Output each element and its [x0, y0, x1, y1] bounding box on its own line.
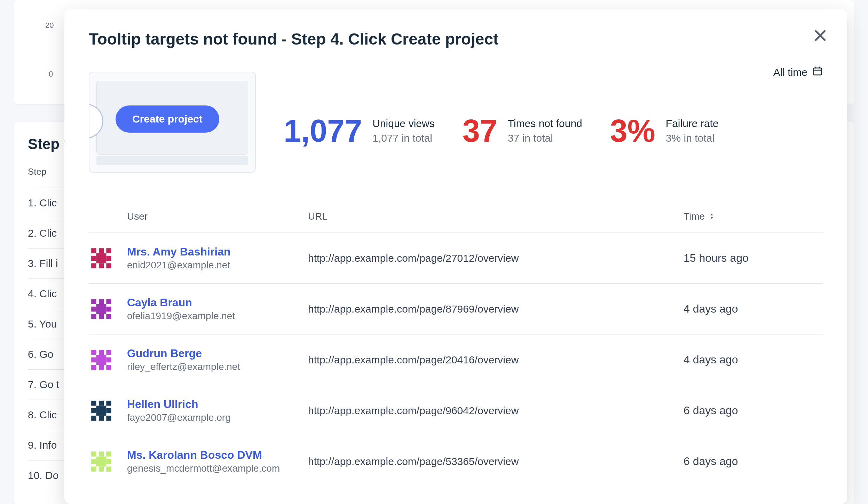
svg-rect-22 — [91, 306, 96, 311]
user-email: genesis_mcdermott@example.com — [127, 463, 308, 474]
svg-rect-53 — [106, 459, 111, 464]
svg-rect-57 — [99, 466, 104, 471]
table-row: Mrs. Amy Bashirianenid2021@example.netht… — [89, 233, 823, 283]
user-email: faye2007@example.org — [127, 412, 308, 423]
step-preview: Create project — [89, 72, 256, 173]
url-cell: http://app.example.com/page/53365/overvi… — [308, 456, 684, 467]
col-time-sort[interactable]: Time — [684, 211, 823, 222]
stat-label: Unique views — [372, 118, 434, 129]
stat-unique-views: 1,077 Unique views 1,077 in total — [284, 115, 435, 147]
table-row: Cayla Braunofelia1919@example.nethttp://… — [89, 283, 823, 334]
user-email: ofelia1919@example.net — [127, 310, 308, 322]
stat-label: Failure rate — [666, 118, 719, 129]
svg-rect-20 — [106, 299, 111, 304]
svg-rect-14 — [96, 253, 106, 263]
svg-rect-42 — [91, 408, 96, 413]
url-cell: http://app.example.com/page/96042/overvi… — [308, 405, 684, 417]
svg-rect-40 — [106, 401, 111, 405]
svg-rect-39 — [91, 401, 96, 405]
svg-rect-31 — [99, 350, 104, 355]
user-cell: Ms. Karolann Bosco DVMgenesis_mcdermott@… — [127, 449, 308, 474]
svg-rect-9 — [91, 248, 96, 253]
avatar — [89, 347, 114, 372]
step-label: 7. Go t — [28, 379, 59, 391]
user-cell: Cayla Braunofelia1919@example.net — [127, 296, 308, 322]
user-cell: Mrs. Amy Bashirianenid2021@example.net — [127, 245, 308, 271]
close-button[interactable] — [813, 28, 828, 43]
stat-sub: 1,077 in total — [372, 132, 434, 144]
stat-value: 3% — [610, 115, 655, 147]
url-cell: http://app.example.com/page/20416/overvi… — [308, 354, 684, 366]
svg-rect-4 — [814, 68, 822, 75]
stat-label: Times not found — [508, 118, 582, 129]
stat-value: 1,077 — [284, 115, 362, 147]
svg-rect-35 — [91, 365, 96, 370]
svg-rect-37 — [99, 365, 104, 370]
calendar-icon — [812, 66, 823, 79]
svg-rect-54 — [96, 456, 106, 466]
svg-rect-55 — [91, 466, 96, 471]
modal-dialog: Tooltip targets not found - Step 4. Clic… — [64, 9, 847, 504]
svg-rect-41 — [99, 401, 104, 405]
stat-sub: 3% in total — [666, 132, 719, 144]
avatar — [89, 449, 114, 474]
user-name-link[interactable]: Hellen Ullrich — [127, 398, 308, 411]
svg-rect-30 — [106, 350, 111, 355]
avatar — [89, 297, 114, 322]
svg-rect-26 — [106, 314, 111, 319]
chart-y-tick: 20 — [45, 21, 54, 30]
step-label: 4. Clic — [28, 288, 57, 300]
step-label: 3. Fill i — [28, 258, 58, 269]
date-filter-label: All time — [773, 66, 807, 78]
step-label: 5. You — [28, 318, 57, 330]
step-label: 10. Do — [28, 470, 58, 481]
svg-rect-25 — [91, 314, 96, 319]
url-cell: http://app.example.com/page/87969/overvi… — [308, 303, 684, 315]
svg-rect-56 — [106, 466, 111, 471]
col-user: User — [127, 211, 308, 222]
summary-row: Create project 1,077 Unique views 1,077 … — [89, 89, 823, 173]
svg-rect-36 — [106, 365, 111, 370]
svg-rect-47 — [99, 416, 104, 420]
col-time-label: Time — [684, 211, 705, 222]
time-cell: 4 days ago — [684, 302, 823, 315]
step-label: 9. Info — [28, 439, 57, 451]
user-cell: Gudrun Bergeriley_effertz@example.net — [127, 347, 308, 372]
table-row: Gudrun Bergeriley_effertz@example.nethtt… — [89, 334, 823, 385]
events-table: User URL Time Mrs. Amy Bashirianenid2021… — [89, 211, 823, 487]
user-email: riley_effertz@example.net — [127, 361, 308, 372]
time-cell: 6 days ago — [684, 455, 823, 468]
svg-rect-34 — [96, 355, 106, 365]
user-name-link[interactable]: Mrs. Amy Bashirian — [127, 245, 308, 258]
svg-rect-16 — [106, 263, 111, 268]
user-name-link[interactable]: Ms. Karolann Bosco DVM — [127, 449, 308, 462]
svg-rect-12 — [91, 255, 96, 260]
time-cell: 6 days ago — [684, 404, 823, 417]
svg-rect-46 — [106, 416, 111, 420]
svg-rect-27 — [99, 314, 104, 319]
stat-not-found: 37 Times not found 37 in total — [463, 115, 582, 147]
table-row: Ms. Karolann Bosco DVMgenesis_mcdermott@… — [89, 436, 823, 487]
avatar — [89, 398, 114, 423]
user-name-link[interactable]: Cayla Braun — [127, 296, 308, 309]
stat-failure-rate: 3% Failure rate 3% in total — [610, 115, 719, 147]
svg-rect-50 — [106, 451, 111, 456]
svg-rect-32 — [91, 357, 96, 362]
svg-rect-45 — [91, 416, 96, 420]
chart-y-tick: 0 — [49, 70, 53, 79]
time-cell: 4 days ago — [684, 353, 823, 366]
svg-rect-33 — [106, 357, 111, 362]
step-label: 6. Go — [28, 348, 53, 360]
svg-rect-43 — [106, 408, 111, 413]
avatar — [89, 246, 114, 271]
svg-rect-11 — [99, 248, 104, 253]
col-url: URL — [308, 211, 684, 222]
svg-rect-49 — [91, 451, 96, 456]
svg-rect-17 — [99, 263, 104, 268]
stat-value: 37 — [463, 115, 497, 147]
svg-rect-23 — [106, 306, 111, 311]
svg-rect-13 — [106, 255, 111, 260]
modal-title: Tooltip targets not found - Step 4. Clic… — [89, 30, 823, 48]
user-name-link[interactable]: Gudrun Berge — [127, 347, 308, 360]
user-cell: Hellen Ullrichfaye2007@example.org — [127, 398, 308, 423]
